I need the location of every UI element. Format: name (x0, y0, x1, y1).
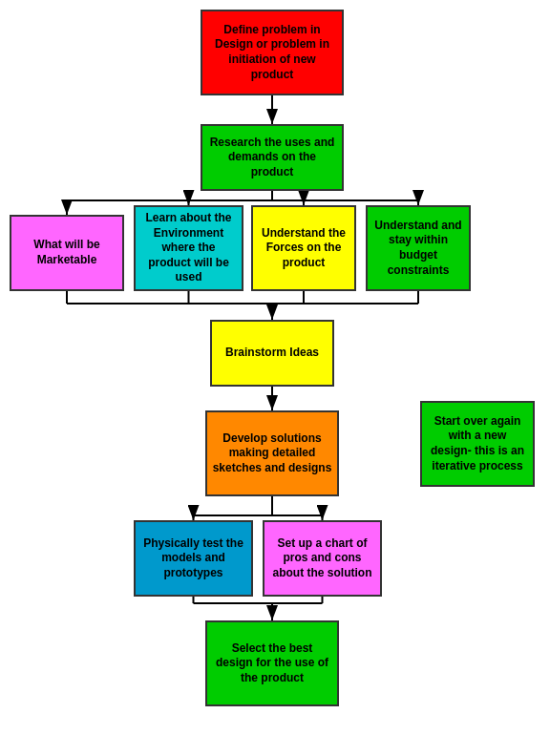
learn-environment: Learn about the Environment where the pr… (134, 205, 243, 291)
understand-forces: Understand the Forces on the product (251, 205, 356, 291)
what-marketable: What will be Marketable (10, 215, 124, 291)
research-uses: Research the uses and demands on the pro… (201, 124, 344, 191)
brainstorm: Brainstorm Ideas (210, 320, 334, 387)
pros-cons: Set up a chart of pros and cons about th… (263, 520, 382, 597)
define-problem: Define problem in Design or problem in i… (201, 10, 344, 95)
svg-line-24 (339, 353, 420, 444)
understand-budget: Understand and stay within budget constr… (366, 205, 471, 291)
select-design: Select the best design for the use of th… (205, 620, 339, 706)
physically-test: Physically test the models and prototype… (134, 520, 253, 597)
start-over: Start over again with a new design- this… (420, 401, 535, 487)
develop-solutions: Develop solutions making detailed sketch… (205, 410, 339, 496)
flowchart: Define problem in Design or problem in i… (0, 0, 550, 756)
